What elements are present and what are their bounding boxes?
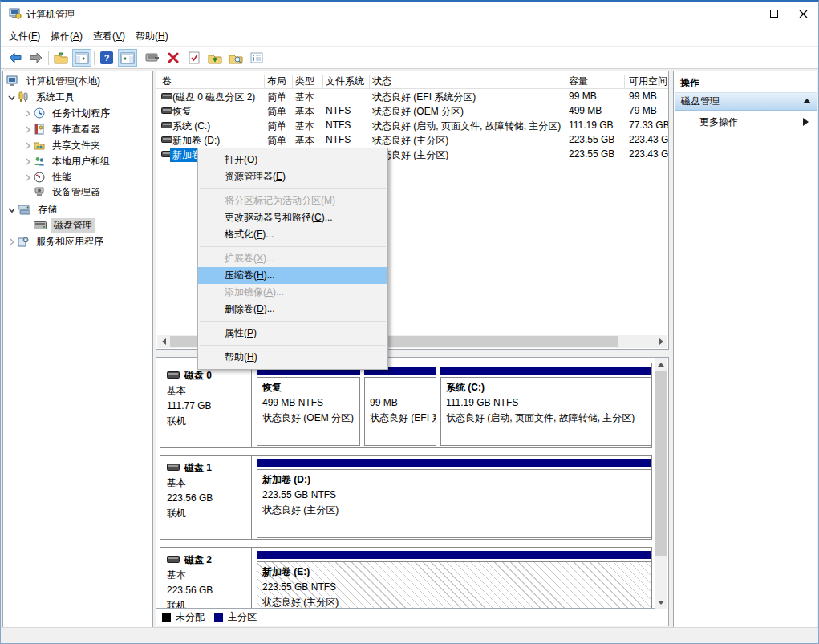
menu-item-properties[interactable]: 属性(P) [198, 325, 387, 342]
folder-search-button[interactable] [226, 49, 245, 67]
menu-view[interactable]: 查看(V) [93, 30, 125, 43]
system-tools-icon [18, 91, 29, 103]
forward-button[interactable] [26, 49, 46, 67]
tree-item-performance[interactable]: 性能 [21, 169, 74, 185]
tree-item-computer-management[interactable]: 计算机管理(本地) [6, 73, 103, 89]
folder-up-button[interactable] [205, 49, 225, 67]
disk-1-strip: 磁盘 1 基本 223.56 GB 联机 新加卷 (D:) 223.55 GB … [160, 455, 652, 540]
disk-1-info[interactable]: 磁盘 1 基本 223.56 GB 联机 [160, 456, 252, 539]
menu-separator [200, 246, 386, 247]
chevron-collapsed-icon[interactable] [21, 174, 34, 181]
collapse-icon[interactable] [803, 99, 811, 103]
scroll-right-button[interactable] [655, 336, 667, 348]
event-viewer-icon [34, 124, 45, 135]
action-pane-toggle-icon [120, 52, 135, 64]
tree-item-event-viewer[interactable]: 事件查看器 [21, 121, 103, 137]
menu-separator [200, 321, 386, 322]
properties-button[interactable] [184, 49, 204, 67]
chevron-collapsed-icon[interactable] [21, 126, 34, 133]
col-capacity[interactable]: 容量 [569, 75, 588, 88]
delete-button[interactable] [164, 49, 183, 67]
volume-context-menu: 打开(O) 资源管理器(E) 将分区标记为活动分区(M) 更改驱动器号和路径(C… [197, 148, 388, 370]
volume-row-system-c[interactable]: 系统 (C:)简单 基本NTFS 状态良好 (启动, 页面文件, 故障转储, 主… [156, 118, 669, 132]
chevron-collapsed-icon[interactable] [21, 158, 34, 165]
volume-icon [161, 91, 172, 102]
minimize-button[interactable] [730, 2, 757, 26]
tree-item-system-tools[interactable]: 系统工具 [5, 89, 77, 105]
back-button[interactable] [6, 49, 25, 67]
tree-item-local-users[interactable]: 本地用户和组 [21, 153, 112, 169]
menu-file[interactable]: 文件(F) [9, 30, 40, 43]
col-freespace[interactable]: 可用空间 [629, 75, 667, 88]
disk-0-strip: 磁盘 0 基本 111.77 GB 联机 恢复 499 MB NTFS 状态良好… [160, 363, 652, 448]
partition-new-volume-e-selected[interactable]: 新加卷 (E:) 223.55 GB NTFS 状态良好 (主分区) [257, 551, 651, 611]
scroll-left-button[interactable] [157, 336, 170, 348]
console-tree-toggle[interactable] [72, 49, 91, 67]
close-button[interactable] [789, 2, 817, 26]
vertical-scrollbar[interactable] [655, 358, 667, 609]
console-window-button[interactable] [143, 49, 162, 67]
partition-efi[interactable]: 99 MB 状态良好 (EFI 系统分区) [364, 367, 436, 446]
title-bar: 计算机管理 [1, 2, 818, 26]
col-type[interactable]: 类型 [295, 75, 314, 88]
menu-item-shrink-volume[interactable]: 压缩卷(H)... [198, 267, 387, 284]
tree-item-task-scheduler[interactable]: 任务计划程序 [21, 105, 112, 121]
menu-item-delete-volume[interactable]: 删除卷(D)... [198, 301, 387, 318]
chevron-expanded-icon[interactable] [5, 206, 18, 213]
volume-row-efi[interactable]: (磁盘 0 磁盘分区 2)简单 基本 状态良好 (EFI 系统分区)99 MB … [156, 89, 669, 103]
chevron-collapsed-icon[interactable] [21, 110, 34, 117]
disk-type: 基本 [167, 476, 251, 491]
scroll-down-button[interactable] [655, 597, 667, 609]
menu-item-change-letter[interactable]: 更改驱动器号和路径(C)... [198, 209, 387, 226]
disk-2-info[interactable]: 磁盘 2 基本 223.56 GB 联机 [160, 548, 252, 610]
menu-help[interactable]: 帮助(H) [136, 30, 168, 43]
volume-icon [161, 134, 172, 145]
export-button[interactable] [51, 49, 71, 67]
menu-item-open[interactable]: 打开(O) [198, 152, 387, 168]
menu-item-format[interactable]: 格式化(F)... [198, 226, 387, 243]
menu-item-explorer[interactable]: 资源管理器(E) [198, 168, 387, 185]
menu-item-mark-active: 将分区标记为活动分区(M) [198, 192, 387, 209]
partition-color-bar [257, 551, 651, 559]
col-filesystem[interactable]: 文件系统 [326, 75, 364, 88]
tree-item-disk-management[interactable]: 磁盘管理 [21, 217, 95, 233]
col-layout[interactable]: 布局 [267, 75, 286, 88]
task-list-icon [250, 52, 263, 63]
maximize-button[interactable] [760, 2, 788, 26]
actions-panel: 操作 磁盘管理 更多操作 [673, 71, 817, 629]
disk-icon [167, 368, 180, 383]
tree-item-device-manager[interactable]: 设备管理器 [21, 184, 103, 200]
col-volume[interactable]: 卷 [162, 75, 172, 88]
tree-item-shared-folders[interactable]: 共享文件夹 [21, 137, 103, 153]
disk-status: 联机 [167, 414, 251, 429]
app-icon [9, 7, 22, 22]
tree-item-storage[interactable]: 存储 [5, 201, 59, 217]
folder-up-icon [208, 52, 222, 64]
chevron-collapsed-icon[interactable] [5, 238, 18, 245]
menu-action[interactable]: 操作(A) [51, 30, 83, 43]
scroll-up-button[interactable] [655, 358, 667, 371]
partition-new-volume-d[interactable]: 新加卷 (D:) 223.55 GB NTFS 状态良好 (主分区) [257, 459, 651, 538]
toolbar: ? [1, 47, 818, 69]
actions-group-disk-management[interactable]: 磁盘管理 [675, 92, 817, 111]
status-bar [1, 627, 818, 643]
action-pane-toggle[interactable] [118, 49, 137, 67]
task-list-button[interactable] [247, 49, 266, 67]
partition-status: 状态良好 (EFI 系统分区) [370, 411, 436, 426]
col-status[interactable]: 状态 [372, 75, 391, 88]
help-button[interactable]: ? [97, 49, 116, 67]
tree-item-services-applications[interactable]: 服务和应用程序 [5, 233, 106, 249]
chevron-expanded-icon[interactable] [5, 94, 18, 101]
vertical-scroll-thumb[interactable] [655, 371, 667, 556]
volume-row-recovery[interactable]: 恢复简单 基本NTFS 状态良好 (OEM 分区)499 MB 79 MB [156, 103, 669, 118]
more-actions-item[interactable]: 更多操作 [674, 113, 817, 131]
chevron-collapsed-icon[interactable] [21, 142, 34, 149]
volume-row-new-d[interactable]: 新加卷 (D:)简单 基本NTFS 状态良好 (主分区)223.55 GB 22… [156, 132, 669, 147]
toolbar-separator [48, 51, 49, 65]
disk-graphical-panel: 磁盘 0 基本 111.77 GB 联机 恢复 499 MB NTFS 状态良好… [156, 357, 669, 626]
partition-system-c[interactable]: 系统 (C:) 111.19 GB NTFS 状态良好 (启动, 页面文件, 故… [440, 367, 651, 446]
disk-0-info[interactable]: 磁盘 0 基本 111.77 GB 联机 [160, 363, 252, 447]
volume-icon [161, 105, 172, 116]
partition-recovery[interactable]: 恢复 499 MB NTFS 状态良好 (OEM 分区) [257, 367, 360, 446]
menu-item-help[interactable]: 帮助(H) [198, 349, 387, 366]
